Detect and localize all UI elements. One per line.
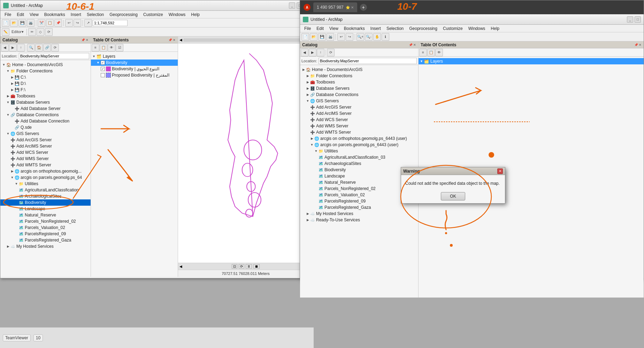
menu-selection-1[interactable]: Selection [84, 11, 107, 18]
toggle2-hosted[interactable]: ▶ [306, 212, 310, 216]
tree-add-wcs[interactable]: ➕ Add WCS Server [0, 149, 91, 156]
map-hscroll-top[interactable]: ◀ ▶ [178, 37, 313, 44]
toc-pin-2[interactable]: 📌 [634, 43, 638, 47]
toggle-gis-servers[interactable]: ▼ [6, 132, 10, 136]
browser-tab-close[interactable]: ⭐ ✕ [346, 6, 354, 9]
browser-add-tab[interactable]: + [360, 4, 367, 11]
toggle-db-servers[interactable]: ▼ [6, 100, 10, 104]
tree2-parcels-reg-gaza[interactable]: 🗺️ ParcelsRegistered_Gaza [300, 204, 418, 211]
tree2-add-arcims[interactable]: ➕ Add ArcIMS Server [300, 110, 418, 117]
map-sync-btn[interactable]: ⟳ [239, 264, 244, 269]
redo-btn[interactable]: ↪ [74, 19, 81, 27]
browser-tab[interactable]: 1 490 957 987 ⭐ ✕ [313, 2, 357, 12]
select-btn[interactable]: ↗ [84, 19, 92, 27]
zoom-prev-btn[interactable]: ◀ [179, 264, 182, 268]
tree-toolboxes-1[interactable]: ▶ 🧰 Toolboxes [0, 93, 91, 99]
undo-btn[interactable]: ↩ [65, 19, 73, 27]
menu-insert-1[interactable]: Insert [68, 11, 84, 18]
scroll-left-btn[interactable]: ◀ [179, 38, 182, 42]
toc-list-btn[interactable]: ≡ [92, 44, 99, 52]
map-pause-btn[interactable]: ⏸ [246, 264, 252, 269]
tree2-folder-conn[interactable]: ▶ 📁 Folder Connections [300, 73, 418, 79]
tree-q-sde[interactable]: 🔗 Q.sde [0, 124, 91, 130]
toggle2-ready-use[interactable]: ▶ [306, 218, 310, 222]
menu-customize-1[interactable]: Customize [140, 11, 166, 18]
print-btn[interactable]: 🖨️ [27, 19, 34, 27]
zoom-in-btn-2[interactable]: 🔍+ [356, 33, 364, 41]
menu-view-1[interactable]: View [27, 11, 41, 18]
save-btn[interactable]: 💾 [18, 19, 26, 27]
menu-windows-2[interactable]: Windows [466, 25, 488, 32]
menu-selection-2[interactable]: Selection [384, 25, 406, 32]
toc-list-btn-2[interactable]: ≡ [419, 49, 427, 56]
tree-add-arcims[interactable]: ➕ Add ArcIMS Server [0, 143, 91, 149]
cat-search-btn[interactable]: 🔍 [27, 44, 35, 52]
copy-btn[interactable]: 📋 [46, 19, 54, 27]
tree-natural-reserve-1[interactable]: 🗺️ Natural_Reserve [0, 212, 91, 218]
cat-back-btn-2[interactable]: ◀ [301, 49, 308, 56]
menu-edit-1[interactable]: Edit [14, 11, 27, 18]
map-fullscreen-btn[interactable]: ⊡ [232, 264, 237, 269]
menu-geoprocessing-2[interactable]: Geoprocessing [406, 25, 440, 32]
menu-windows-1[interactable]: Windows [166, 11, 189, 18]
bio-layer1-checkbox[interactable] [101, 67, 105, 71]
tree-parcels-val-1[interactable]: 🗺️ Parcels_Valuation_02 [0, 224, 91, 231]
cat-refresh-btn[interactable]: ⟳ [51, 44, 59, 52]
tree-d-drive[interactable]: ▶ 💾 D:\ [0, 80, 91, 87]
tree-db-conn-1[interactable]: ▼ 🔗 Database Connections [0, 112, 91, 118]
tree-utilities-1[interactable]: ▼ 📁 Utilities [0, 181, 91, 187]
save-btn-2[interactable]: 💾 [318, 33, 326, 41]
open-btn-2[interactable]: 📂 [310, 33, 317, 41]
tree-arch-sites-1[interactable]: 🗺️ ArchaeologicalSites [0, 193, 91, 199]
toggle2-ortho[interactable]: ▶ [310, 136, 314, 141]
toggle-f[interactable]: ▶ [10, 88, 14, 92]
toggle2-parcels-server[interactable]: ▼ [310, 143, 314, 147]
tree-landscape-1[interactable]: 🗺️ Landscape [0, 206, 91, 212]
menu-file-2[interactable]: File [301, 25, 314, 32]
menu-file-1[interactable]: File [2, 11, 14, 18]
toggle-toolboxes[interactable]: ▶ [6, 94, 10, 98]
toggle2-utilities[interactable]: ▼ [314, 149, 318, 153]
panel-pin-1[interactable]: 📌 [81, 38, 85, 42]
cat-up-btn[interactable]: ↑ [17, 44, 25, 52]
open-btn[interactable]: 📂 [10, 19, 18, 27]
cat-back-btn[interactable]: ◀ [1, 44, 9, 52]
menu-help-2[interactable]: Help [488, 25, 502, 32]
panel-close-1[interactable]: ✕ [86, 38, 89, 42]
cut-btn[interactable]: ✂️ [38, 19, 45, 27]
toggle2-db-conn[interactable]: ▶ [306, 93, 310, 97]
cat-refresh-btn-2[interactable]: ⟳ [327, 49, 335, 56]
map-stop-btn[interactable]: ⏹ [253, 264, 260, 269]
tree-add-arcgis[interactable]: ➕ Add ArcGIS Server [0, 137, 91, 143]
sketch-btn[interactable]: ✏ [28, 28, 36, 36]
new-btn[interactable]: 📄 [2, 19, 9, 27]
tree2-ortho-server[interactable]: ▶ 🌐 arcgis on orthophotos.geomolg.ps_644… [300, 135, 418, 142]
cat-pin-2[interactable]: 📌 [409, 43, 413, 47]
menu-help-1[interactable]: Help [188, 11, 202, 18]
tree-add-wms[interactable]: ➕ Add WMS Server [0, 156, 91, 162]
tree-add-db-conn[interactable]: ➕ Add Database Connection [0, 118, 91, 124]
toggle-db-conn[interactable]: ▼ [6, 113, 10, 117]
editor-btn[interactable]: ✏️ [2, 28, 9, 36]
toc-layers-1[interactable]: ▼ 🗂️ Layers [91, 53, 178, 60]
menu-edit-2[interactable]: Edit [314, 25, 327, 32]
zoom-out-btn-2[interactable]: 🔍- [365, 33, 373, 41]
toggle-folder-conn[interactable]: ▼ [6, 69, 10, 73]
toggle2-toolboxes[interactable]: ▶ [306, 80, 310, 84]
toc-sel-btn[interactable]: ☑ [116, 44, 123, 52]
tree-add-db-server[interactable]: ➕ Add Database Server [0, 105, 91, 112]
toc-close-1[interactable]: ✕ [173, 38, 176, 42]
toggle2-folder-conn[interactable]: ▶ [306, 74, 310, 78]
new-btn-2[interactable]: 📄 [301, 33, 309, 41]
dialog-close-btn[interactable]: ✕ [497, 168, 503, 174]
toc-source-btn-2[interactable]: 📋 [427, 49, 435, 56]
tree2-ready-use[interactable]: ▶ ☁️ Ready-To-Use Services [300, 217, 418, 223]
print-btn-2[interactable]: 🖨️ [327, 33, 334, 41]
toc-pin-1[interactable]: 📌 [168, 38, 172, 42]
tree-add-wmts[interactable]: ➕ Add WMTS Server [0, 162, 91, 168]
toc-layers-2[interactable]: ▼ 🗂️ Layers [419, 58, 644, 64]
paste-btn[interactable]: 📌 [54, 19, 62, 27]
toggle-ortho[interactable]: ▶ [10, 169, 14, 173]
tree2-hosted[interactable]: ▶ ☁️ My Hosted Services [300, 211, 418, 217]
cat-fwd-btn[interactable]: ▶ [9, 44, 17, 52]
